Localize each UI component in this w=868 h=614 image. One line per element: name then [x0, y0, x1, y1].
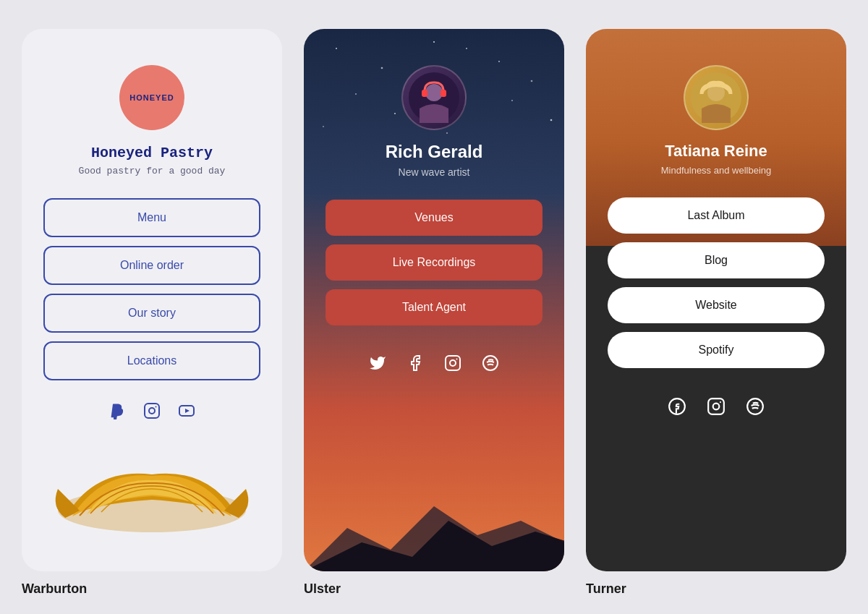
online-order-button[interactable]: Online order — [43, 246, 260, 285]
svg-rect-27 — [446, 356, 460, 370]
facebook-icon[interactable] — [668, 397, 686, 420]
turner-content: Tatiana Reine Mindfulness and wellbeing … — [608, 65, 825, 420]
svg-point-28 — [450, 360, 456, 366]
warburton-card: HONEYED Honeyed Pastry Good pastry for a… — [22, 29, 282, 571]
turner-card: Tatiana Reine Mindfulness and wellbeing … — [586, 29, 846, 571]
turner-subtitle: Mindfulness and wellbeing — [661, 165, 771, 176]
spotify-icon[interactable] — [746, 397, 765, 420]
svg-point-35 — [713, 404, 720, 410]
ulster-content: Rich Gerald New wave artist Venues Live … — [326, 65, 542, 376]
website-button[interactable]: Website — [608, 287, 825, 323]
svg-point-6 — [336, 48, 337, 49]
warburton-wrapper: HONEYED Honeyed Pastry Good pastry for a… — [22, 29, 282, 597]
last-album-button[interactable]: Last Album — [608, 197, 825, 234]
venues-button[interactable]: Venues — [326, 200, 542, 236]
ulster-social-icons — [369, 354, 499, 376]
turner-avatar — [684, 65, 749, 130]
svg-point-16 — [550, 119, 553, 121]
svg-rect-26 — [441, 90, 446, 97]
blog-button[interactable]: Blog — [608, 242, 825, 278]
locations-button[interactable]: Locations — [43, 341, 260, 380]
svg-point-36 — [720, 401, 721, 403]
live-recordings-button[interactable]: Live Recordings — [326, 244, 542, 281]
ulster-mountains — [304, 485, 564, 571]
svg-point-15 — [323, 126, 324, 127]
our-story-button[interactable]: Our story — [43, 294, 260, 333]
menu-button[interactable]: Menu — [43, 198, 260, 237]
spotify-button[interactable]: Spotify — [608, 332, 825, 368]
warburton-buttons: Menu Online order Our story Locations — [43, 198, 260, 380]
svg-rect-0 — [145, 404, 159, 418]
youtube-icon[interactable] — [178, 402, 195, 424]
paypal-icon[interactable] — [109, 402, 126, 424]
svg-point-8 — [433, 41, 435, 43]
turner-wrapper: Tatiana Reine Mindfulness and wellbeing … — [586, 29, 846, 597]
turner-label: Turner — [586, 581, 626, 597]
warburton-logo-circle: HONEYED — [119, 65, 184, 130]
svg-marker-4 — [185, 409, 190, 413]
talent-agent-button[interactable]: Talent Agent — [326, 289, 542, 325]
svg-point-37 — [747, 398, 763, 414]
twitter-icon[interactable] — [369, 354, 386, 376]
ulster-card: Rich Gerald New wave artist Venues Live … — [304, 29, 564, 571]
warburton-social-icons — [109, 402, 195, 424]
facebook-icon[interactable] — [407, 354, 424, 376]
ulster-subtitle: New wave artist — [399, 166, 470, 178]
svg-point-9 — [498, 61, 500, 62]
ulster-wrapper: Rich Gerald New wave artist Venues Live … — [304, 29, 564, 597]
spotify-icon[interactable] — [482, 354, 499, 376]
turner-name: Tatiana Reine — [665, 142, 767, 161]
ulster-label: Ulster — [304, 581, 341, 597]
svg-rect-34 — [708, 398, 724, 414]
warburton-label: Warburton — [22, 581, 87, 597]
croissant-image — [43, 438, 260, 532]
svg-point-24 — [425, 84, 443, 101]
svg-point-30 — [483, 356, 498, 370]
svg-point-13 — [466, 48, 467, 49]
cards-container: HONEYED Honeyed Pastry Good pastry for a… — [22, 29, 846, 597]
ulster-avatar — [401, 65, 467, 130]
instagram-icon[interactable] — [444, 354, 461, 376]
warburton-title: Honeyed Pastry — [91, 145, 213, 161]
turner-buttons: Last Album Blog Website Spotify — [608, 197, 825, 368]
ulster-name: Rich Gerald — [386, 142, 483, 162]
instagram-icon[interactable] — [143, 402, 161, 424]
svg-rect-25 — [422, 90, 427, 97]
svg-point-2 — [156, 406, 157, 408]
svg-point-29 — [456, 359, 458, 360]
svg-point-1 — [149, 408, 155, 414]
ulster-buttons: Venues Live Recordings Talent Agent — [326, 200, 542, 325]
warburton-subtitle: Good pastry for a good day — [79, 166, 226, 176]
turner-social-icons — [668, 397, 765, 420]
warburton-logo-text: HONEYED — [129, 93, 174, 102]
instagram-icon[interactable] — [707, 397, 726, 420]
